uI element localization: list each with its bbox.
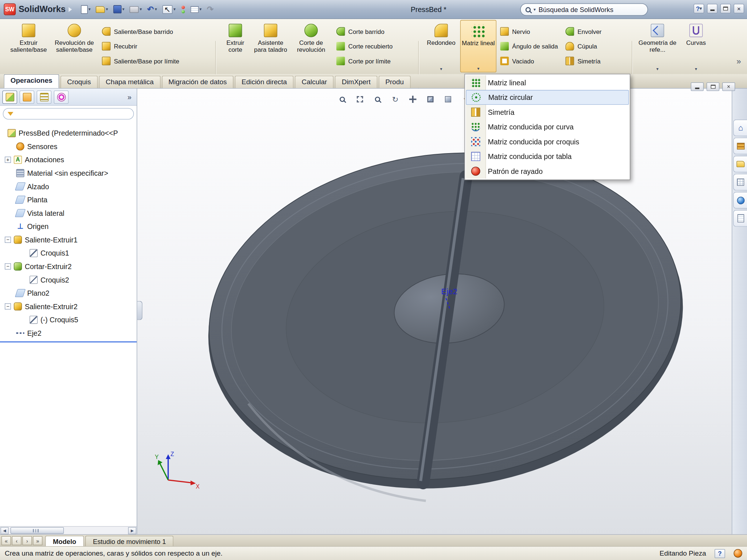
shell-button[interactable]: Vaciado bbox=[500, 57, 558, 65]
menu-item-matriz-tabla[interactable]: Matriz conducida por tabla bbox=[466, 149, 629, 164]
menu-item-matriz-curva[interactable]: Matriz conducida por curva bbox=[466, 120, 629, 134]
tab-modelo[interactable]: Modelo bbox=[45, 536, 84, 546]
open-button[interactable]: ▾ bbox=[94, 5, 109, 14]
select-tool-button[interactable]: ↖▾ bbox=[161, 4, 177, 15]
propertymanager-tab[interactable] bbox=[20, 90, 34, 104]
dome-button[interactable]: Cúpula bbox=[566, 42, 602, 51]
tree-item-plano2[interactable]: Plano2 bbox=[0, 286, 137, 300]
menu-item-matriz-lineal[interactable]: Matriz lineal bbox=[466, 75, 629, 90]
view-palette-tab[interactable] bbox=[733, 174, 747, 191]
tree-item-planta[interactable]: Planta bbox=[0, 193, 137, 206]
search-input[interactable]: ▾ Búsqueda de SolidWorks bbox=[520, 3, 648, 16]
draft-button[interactable]: Ángulo de salida bbox=[500, 42, 558, 51]
tree-item-croquis2[interactable]: Croquis2 bbox=[0, 273, 137, 286]
featuremanager-tab[interactable] bbox=[3, 90, 17, 104]
tree-filter-input[interactable] bbox=[3, 108, 134, 119]
caret-down-icon[interactable]: ▾ bbox=[155, 7, 157, 12]
last-tab-button[interactable]: » bbox=[33, 536, 42, 545]
tree-item-material[interactable]: Material <sin especificar> bbox=[0, 166, 137, 180]
zoom-fit-icon[interactable] bbox=[336, 93, 348, 105]
zoom-area-icon[interactable] bbox=[354, 93, 366, 105]
tab-dimxpert[interactable]: DimXpert bbox=[335, 76, 378, 88]
interference-check-button[interactable] bbox=[179, 4, 187, 15]
rib-button[interactable]: Nervio bbox=[500, 27, 558, 36]
custom-properties-tab[interactable] bbox=[733, 210, 747, 227]
minimize-button[interactable] bbox=[707, 4, 717, 13]
lofted-cut-button[interactable]: Corte recubierto bbox=[336, 42, 392, 51]
configurationmanager-tab[interactable] bbox=[37, 90, 51, 104]
tree-item-vista-lateral[interactable]: Vista lateral bbox=[0, 206, 137, 220]
tree-item-alzado[interactable]: Alzado bbox=[0, 179, 137, 193]
collapse-toggle[interactable]: − bbox=[5, 236, 11, 242]
collapse-toggle[interactable]: − bbox=[5, 303, 11, 309]
panel-collapse-handle[interactable] bbox=[137, 301, 142, 320]
tab-estudio-movimiento[interactable]: Estudio de movimiento 1 bbox=[85, 536, 174, 546]
help-button[interactable]: ?▾ bbox=[694, 4, 704, 13]
curves-flyout-caret-icon[interactable]: ▾ bbox=[695, 67, 697, 71]
caret-down-icon[interactable]: ▾ bbox=[173, 7, 175, 12]
file-explorer-tab[interactable] bbox=[733, 156, 747, 172]
tab-edicion-directa[interactable]: Edición directa bbox=[235, 76, 294, 88]
caret-down-icon[interactable]: ▾ bbox=[122, 7, 124, 12]
tree-item-croquis1[interactable]: Croquis1 bbox=[0, 246, 137, 260]
new-document-button[interactable]: ▾ bbox=[80, 4, 92, 15]
tree-item-saliente-extruir1[interactable]: − Saliente-Extruir1 bbox=[0, 233, 137, 246]
fillet-flyout-caret-icon[interactable]: ▾ bbox=[440, 67, 442, 71]
tree-item-cortar-extruir2[interactable]: − Cortar-Extruir2 bbox=[0, 260, 137, 273]
swept-boss-button[interactable]: Saliente/Base barrido bbox=[102, 27, 179, 36]
caret-down-icon[interactable]: ▾ bbox=[106, 7, 108, 12]
doc-minimize-button[interactable] bbox=[691, 82, 704, 91]
design-library-tab[interactable] bbox=[733, 137, 747, 154]
lofted-boss-button[interactable]: Recubrir bbox=[102, 42, 179, 51]
standard-views-icon[interactable] bbox=[425, 93, 437, 105]
dimxpertmanager-tab[interactable] bbox=[54, 90, 69, 104]
tree-horizontal-scrollbar[interactable]: ◀ ▶ bbox=[0, 526, 137, 534]
fillet-button[interactable]: Redondeo ▾ bbox=[422, 20, 460, 73]
tree-item-eje2[interactable]: Eje2 bbox=[0, 326, 137, 340]
scrollbar-thumb[interactable] bbox=[11, 527, 64, 534]
tree-item-origen[interactable]: ⊥ Origen bbox=[0, 219, 137, 233]
pattern-flyout-caret-icon[interactable]: ▾ bbox=[477, 67, 479, 71]
mirror-button[interactable]: Simetría bbox=[566, 57, 602, 65]
extruded-boss-button[interactable]: Extruir saliente/base bbox=[7, 20, 50, 73]
tab-croquis[interactable]: Croquis bbox=[61, 76, 98, 88]
tree-item-croquis5[interactable]: (-) Croquis5 bbox=[0, 313, 137, 326]
search-scope-caret-icon[interactable]: ▾ bbox=[534, 7, 536, 12]
collapse-toggle[interactable]: − bbox=[5, 263, 11, 269]
undo-button[interactable]: ↶▾ bbox=[146, 4, 158, 14]
caret-down-icon[interactable]: ▾ bbox=[140, 7, 142, 12]
hole-wizard-button[interactable]: Asistente para taladro bbox=[252, 20, 290, 73]
tab-productos[interactable]: Produ bbox=[379, 76, 410, 88]
menu-item-matriz-croquis[interactable]: Matriz conducida por croquis bbox=[466, 134, 629, 149]
extruded-cut-button[interactable]: Extruir corte bbox=[219, 20, 252, 73]
revolved-cut-button[interactable]: Corte de revolución bbox=[290, 20, 333, 73]
graphics-viewport[interactable]: ↻ ▾ bbox=[137, 89, 732, 534]
linear-pattern-button[interactable]: Matriz lineal ▾ bbox=[460, 20, 496, 73]
first-tab-button[interactable]: « bbox=[1, 536, 11, 545]
prev-tab-button[interactable]: ‹ bbox=[12, 536, 22, 545]
tab-migracion-datos[interactable]: Migración de datos bbox=[162, 76, 234, 88]
tree-item-pressbed[interactable]: PressBed (Predeterminado<<P bbox=[0, 126, 137, 140]
tree-item-anotaciones[interactable]: + A Anotaciones bbox=[0, 153, 137, 166]
redo-button[interactable]: ↷ bbox=[205, 4, 215, 14]
rotate-view-icon[interactable]: ↻ bbox=[389, 93, 401, 105]
appearances-tab[interactable] bbox=[733, 192, 747, 209]
display-settings-button[interactable]: ▾ bbox=[189, 5, 203, 14]
resources-tab[interactable]: ⌂ bbox=[733, 120, 747, 136]
pan-icon[interactable] bbox=[407, 93, 419, 105]
caret-down-icon[interactable]: ▾ bbox=[200, 7, 202, 12]
wrap-button[interactable]: Envolver bbox=[566, 27, 602, 36]
menu-item-matriz-circular[interactable]: Matriz circular bbox=[466, 90, 629, 105]
curves-button[interactable]: Curvas ▾ bbox=[680, 20, 712, 73]
expand-toggle[interactable]: + bbox=[5, 156, 11, 163]
display-style-icon[interactable] bbox=[442, 93, 454, 105]
scroll-right-button[interactable]: ▶ bbox=[128, 527, 136, 534]
boundary-cut-button[interactable]: Corte por límite bbox=[336, 57, 392, 65]
menu-item-simetria[interactable]: Simetría bbox=[466, 105, 629, 119]
tree-item-sensores[interactable]: Sensores bbox=[0, 140, 137, 153]
menu-item-patron-rayado[interactable]: Patrón de rayado bbox=[466, 164, 629, 178]
menu-expand-icon[interactable] bbox=[69, 7, 72, 12]
scroll-left-button[interactable]: ◀ bbox=[0, 527, 8, 534]
quick-tips-button[interactable]: ? bbox=[715, 549, 725, 558]
restore-button[interactable] bbox=[720, 4, 731, 13]
